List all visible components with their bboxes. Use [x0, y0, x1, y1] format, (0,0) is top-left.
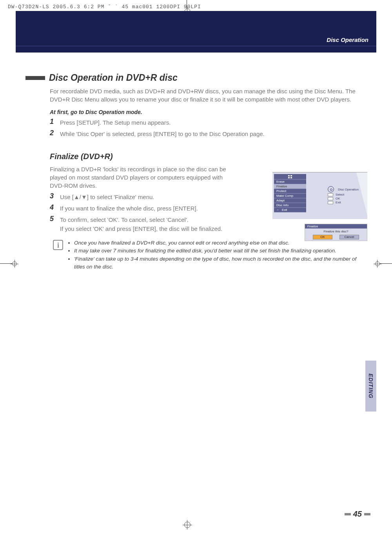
menu-item-erase: Erase — [274, 180, 306, 184]
page-number: 45 — [353, 510, 362, 519]
hint-exit: Exit — [336, 201, 341, 204]
menu-screenshot: Erase Finalize Protect Make Comp Adapt D… — [272, 172, 367, 219]
hint-title: Disc Operation — [338, 188, 359, 191]
dialog-question: Finalize this disc? — [305, 229, 367, 235]
section-heading: Disc Operation in DVD+R disc — [25, 73, 367, 83]
section-title: Disc Operation in DVD+R disc — [49, 73, 178, 83]
finalize-intro: Finalizing a DVD+R 'locks' its recording… — [50, 165, 238, 190]
info-notes: Once you have finalized a DVD+R disc, yo… — [53, 239, 367, 271]
menu-panel: Erase Finalize Protect Make Comp Adapt D… — [274, 174, 306, 212]
at-first-label: At first, go to Disc Operation mode. — [50, 109, 367, 115]
dialog-buttons: OK Cancel — [305, 235, 367, 239]
menu-item-protect: Protect — [274, 189, 306, 194]
menu-item-adapt: Adapt — [274, 198, 306, 203]
crop-mark — [15, 260, 15, 268]
dialog-cancel-button: Cancel — [339, 235, 359, 239]
grid-icon — [274, 174, 306, 180]
step-text: Use [▲/▼] to select 'Finalize' menu. — [60, 192, 154, 201]
page-header: Disc Operation — [16, 11, 376, 53]
source-header: DW-Q73D2N-LS 2005.6.3 6:2 PM ˘ ` 45 mac0… — [8, 4, 201, 10]
dialog-ok-button: OK — [313, 235, 332, 239]
step-text: Press [SETUP]. The Setup menu appears. — [60, 118, 171, 127]
step-number: 5 — [50, 215, 60, 223]
tab-label: EDITING — [368, 374, 374, 399]
header-rule — [16, 46, 376, 46]
footer-mark-icon — [364, 513, 370, 515]
notes-list: Once you have finalized a DVD+R disc, yo… — [69, 239, 363, 271]
dialog-screenshot: Finalize Finalize this disc? OK Cancel — [305, 224, 367, 241]
section-intro: For recordable DVD media, such as DVD+R … — [50, 87, 356, 103]
step-number: 2 — [50, 129, 60, 137]
crop-mark — [183, 525, 192, 525]
step-1: 1 Press [SETUP]. The Setup menu appears. — [50, 118, 367, 127]
step-number: 4 — [50, 203, 60, 212]
hint-select: Select — [336, 193, 344, 196]
hint-panel: Disc Operation Select OK Exit — [328, 186, 359, 205]
menu-item-exit: ←Exit — [274, 208, 306, 212]
content-area: Disc Operation in DVD+R disc For recorda… — [25, 69, 367, 271]
hint-ok: OK — [336, 197, 340, 200]
ok-key-icon — [328, 197, 333, 200]
step-text: To confirm, select 'OK'. To cancel, sele… — [60, 215, 189, 224]
menu-item-finalize: Finalize — [274, 184, 306, 189]
heading-mark-icon — [25, 76, 45, 80]
note-item: It may take over 7 minutes for finalizin… — [74, 247, 363, 255]
subsection-title: Finalize (DVD+R) — [50, 152, 367, 161]
info-icon — [53, 240, 63, 250]
menu-item-disc-info: Disc Info — [274, 203, 306, 208]
crop-mark — [377, 260, 377, 268]
step-number: 1 — [50, 118, 60, 126]
arrow-left-icon: ← — [276, 208, 279, 212]
note-item: 'Finalize' can take up to 3-4 minutes de… — [74, 255, 363, 271]
header-title: Disc Operation — [327, 36, 368, 43]
step-text: While 'Disc Oper' is selected, press [EN… — [60, 129, 265, 138]
exit-key-icon — [328, 201, 333, 204]
step-number: 3 — [50, 192, 60, 200]
crop-mark — [374, 264, 381, 264]
crop-mark — [187, 520, 187, 530]
select-key-icon — [328, 193, 333, 196]
menu-item-make-comp: Make Comp — [274, 194, 306, 198]
dialog-title: Finalize — [305, 224, 367, 229]
footer-mark-icon — [345, 513, 351, 515]
step-text: If you want to finalize the whole disc, … — [60, 203, 198, 212]
page-footer: 45 — [345, 510, 370, 519]
disc-icon — [328, 186, 334, 192]
step-2: 2 While 'Disc Oper' is selected, press [… — [50, 129, 367, 138]
section-tab: EDITING — [365, 361, 376, 412]
